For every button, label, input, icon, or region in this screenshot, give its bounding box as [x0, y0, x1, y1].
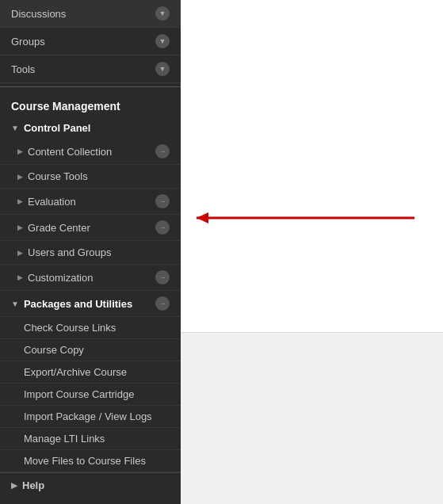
- circle-arrow-icon: →: [155, 194, 170, 208]
- sidebar-item-grade-center[interactable]: ▶ Grade Center →: [0, 215, 181, 241]
- red-arrow-annotation: [173, 206, 418, 230]
- sidebar-item-label: Content Collection: [28, 146, 112, 158]
- sidebar-item-label: Groups: [11, 36, 45, 48]
- sidebar-item-label: Evaluation: [28, 196, 76, 208]
- sidebar-item-content-collection[interactable]: ▶ Content Collection →: [0, 139, 181, 165]
- sidebar-item-label: Check Course Links: [24, 322, 116, 334]
- circle-arrow-icon: →: [155, 220, 170, 235]
- sidebar-item-label: Course Tools: [28, 170, 88, 182]
- sidebar-item-label: Import Package / View Logs: [24, 410, 152, 422]
- sidebar-item-move-files-to-course-files[interactable]: Move Files to Course Files: [0, 450, 181, 472]
- sidebar-item-label: Manage LTI Links: [24, 433, 105, 445]
- sidebar-item-course-tools[interactable]: ▶ Course Tools: [0, 165, 181, 189]
- sidebar-item-export-archive-course[interactable]: Export/Archive Course: [0, 361, 181, 384]
- sidebar-item-discussions[interactable]: Discussions ▼: [0, 0, 181, 28]
- control-panel-heading[interactable]: ▼ Control Panel: [0, 117, 181, 139]
- nav-left-arrow-icon: ▶: [17, 249, 23, 257]
- toggle-down-icon: ▼: [11, 300, 19, 308]
- sidebar-item-label: Discussions: [11, 8, 66, 20]
- sidebar-item-tools[interactable]: Tools ▼: [0, 55, 181, 83]
- control-panel-label: Control Panel: [24, 122, 91, 134]
- nav-left-arrow-icon: ▶: [17, 173, 23, 181]
- sidebar-item-import-package-view-logs[interactable]: Import Package / View Logs: [0, 406, 181, 428]
- sidebar-item-label: Users and Groups: [28, 246, 112, 258]
- sidebar-item-check-course-links[interactable]: Check Course Links: [0, 317, 181, 339]
- toggle-arrow-icon: ▼: [11, 124, 19, 132]
- expand-icon: ▼: [155, 62, 170, 76]
- white-panel: [181, 0, 443, 333]
- expand-icon: ▼: [155, 34, 170, 48]
- sidebar-item-customization[interactable]: ▶ Customization →: [0, 265, 181, 291]
- circle-arrow-icon: →: [155, 270, 170, 284]
- nav-left-arrow-icon: ▶: [17, 223, 23, 231]
- sidebar-item-label: Export/Archive Course: [24, 366, 127, 378]
- sidebar-item-label: Grade Center: [28, 222, 90, 234]
- sidebar: Discussions ▼ Groups ▼ Tools ▼ Course Ma…: [0, 0, 181, 504]
- sidebar-item-label: Move Files to Course Files: [24, 455, 146, 467]
- svg-marker-1: [197, 212, 208, 223]
- nav-left-arrow-icon: ▶: [17, 273, 23, 281]
- packages-label: Packages and Utilities: [24, 298, 132, 310]
- sidebar-item-course-copy[interactable]: Course Copy: [0, 339, 181, 361]
- course-management-heading: Course Management: [0, 90, 181, 117]
- help-toggle-icon: ▶: [11, 481, 17, 490]
- expand-icon: ▼: [155, 6, 170, 21]
- packages-and-utilities-heading[interactable]: ▼ Packages and Utilities →: [0, 291, 181, 317]
- help-label: Help: [22, 479, 44, 491]
- sidebar-item-label: Customization: [28, 272, 93, 284]
- nav-left-arrow-icon: ▶: [17, 197, 23, 205]
- sidebar-item-users-and-groups[interactable]: ▶ Users and Groups: [0, 241, 181, 265]
- sidebar-item-manage-lti-links[interactable]: Manage LTI Links: [0, 428, 181, 450]
- main-content: [181, 0, 443, 504]
- sidebar-item-label: Import Course Cartridge: [24, 388, 134, 400]
- sidebar-item-label: Tools: [11, 63, 35, 75]
- sidebar-item-evaluation[interactable]: ▶ Evaluation →: [0, 189, 181, 215]
- sidebar-item-label: Course Copy: [24, 344, 84, 356]
- sidebar-item-groups[interactable]: Groups ▼: [0, 28, 181, 55]
- circle-arrow-icon: →: [155, 296, 170, 311]
- sidebar-item-help[interactable]: ▶ Help: [0, 472, 181, 498]
- nav-left-arrow-icon: ▶: [17, 147, 23, 155]
- circle-arrow-icon: →: [155, 144, 170, 158]
- sidebar-item-import-course-cartridge[interactable]: Import Course Cartridge: [0, 384, 181, 406]
